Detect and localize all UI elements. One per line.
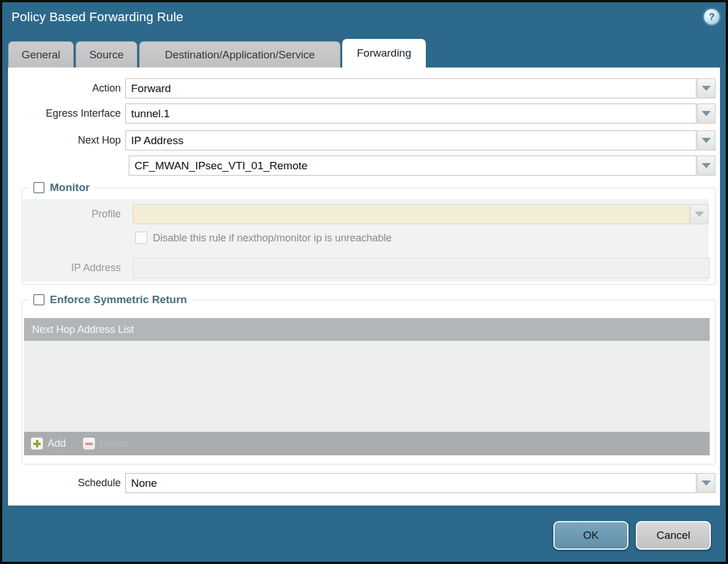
schedule-dropdown[interactable]: None	[125, 473, 697, 493]
dialog-title: Policy Based Forwarding Rule	[11, 10, 183, 25]
egress-interface-dropdown-trigger[interactable]	[697, 104, 715, 124]
schedule-label: Schedule	[8, 473, 121, 493]
disable-rule-label: Disable this rule if nexthop/monitor ip …	[153, 232, 391, 244]
profile-dropdown-trigger	[690, 204, 709, 224]
plus-icon	[31, 438, 43, 450]
monitor-ip-address-label: IP Address	[8, 258, 121, 278]
tab-forwarding[interactable]: Forwarding	[342, 39, 426, 67]
cancel-button[interactable]: Cancel	[636, 521, 711, 550]
monitor-legend-label: Monitor	[50, 181, 90, 194]
egress-interface-label: Egress Interface	[8, 104, 121, 124]
action-label: Action	[8, 78, 121, 98]
action-dropdown[interactable]: Forward	[125, 78, 697, 98]
next-hop-type-dropdown-trigger[interactable]	[697, 130, 715, 150]
table-toolbar: Add Delete	[24, 432, 710, 455]
chevron-down-icon	[702, 163, 711, 168]
next-hop-address-list-body	[24, 341, 710, 432]
minus-icon	[83, 438, 95, 450]
next-hop-address-dropdown-trigger[interactable]	[697, 156, 715, 176]
next-hop-address-dropdown[interactable]: CF_MWAN_IPsec_VTI_01_Remote	[129, 156, 697, 176]
add-button-label: Add	[48, 438, 66, 450]
disable-rule-checkbox	[135, 232, 147, 244]
schedule-dropdown-trigger[interactable]	[697, 473, 715, 493]
next-hop-address-list-header: Next Hop Address List	[24, 318, 710, 341]
action-dropdown-trigger[interactable]	[697, 78, 715, 98]
chevron-down-icon	[702, 86, 711, 91]
help-icon[interactable]: ?	[704, 9, 719, 25]
profile-label: Profile	[8, 204, 121, 224]
tab-source[interactable]: Source	[76, 41, 137, 67]
chevron-down-icon	[702, 138, 711, 143]
monitor-ip-address-input	[133, 258, 710, 278]
symmetric-return-checkbox[interactable]	[33, 294, 45, 305]
tab-general[interactable]: General	[8, 41, 74, 67]
chevron-down-icon	[702, 480, 711, 486]
delete-button: Delete	[83, 438, 129, 450]
symmetric-return-legend: Enforce Symmetric Return	[29, 292, 192, 307]
forwarding-tab-panel: Action Forward Egress Interface tunnel.1…	[8, 67, 720, 506]
monitor-checkbox[interactable]	[33, 182, 45, 193]
egress-interface-dropdown[interactable]: tunnel.1	[125, 104, 697, 124]
question-mark-glyph: ?	[709, 11, 714, 23]
symmetric-return-legend-label: Enforce Symmetric Return	[50, 293, 187, 306]
pbf-rule-dialog: Policy Based Forwarding Rule ? General S…	[0, 0, 728, 564]
next-hop-address-list-table: Next Hop Address List Add Delete	[24, 318, 710, 455]
tab-destination-application-service[interactable]: Destination/Application/Service	[139, 41, 341, 67]
add-button[interactable]: Add	[31, 438, 66, 450]
delete-button-label: Delete	[100, 438, 129, 450]
ok-button[interactable]: OK	[553, 521, 628, 550]
next-hop-label: Next Hop	[8, 130, 121, 150]
chevron-down-icon	[702, 111, 711, 116]
chevron-down-icon	[695, 212, 704, 217]
profile-dropdown	[133, 204, 690, 224]
next-hop-type-dropdown[interactable]: IP Address	[125, 130, 697, 150]
monitor-legend: Monitor	[29, 180, 94, 195]
